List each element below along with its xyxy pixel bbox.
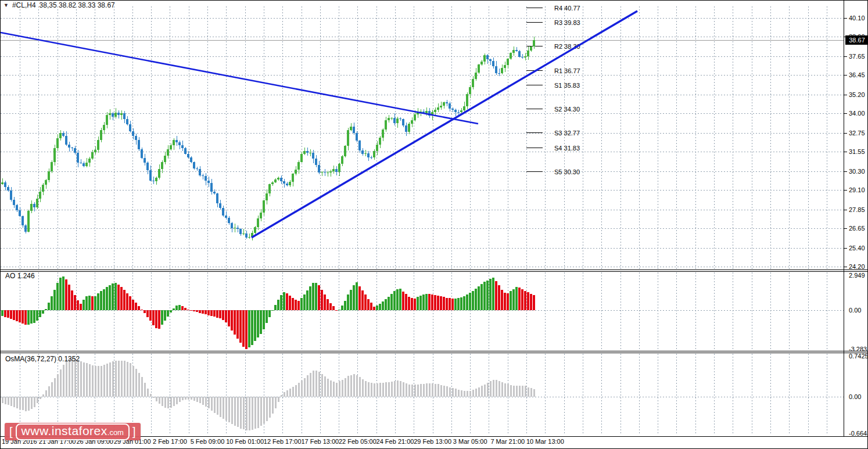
symbol-label: #CL,H4	[12, 1, 36, 9]
symbol-dropdown-icon[interactable]: ▼	[3, 2, 9, 9]
svg-text:3 Mar 05:00: 3 Mar 05:00	[453, 438, 487, 445]
svg-text:2.949: 2.949	[849, 272, 865, 279]
svg-text:25.40: 25.40	[849, 245, 865, 252]
svg-text:2 Feb 17:00: 2 Feb 17:00	[153, 438, 187, 445]
svg-text:29.10: 29.10	[849, 186, 865, 193]
svg-text:5 Feb 09:00: 5 Feb 09:00	[191, 438, 225, 445]
instaforex-banner[interactable]: [ www.instaforex .com ]	[5, 423, 141, 440]
svg-text:S4 31.83: S4 31.83	[554, 145, 580, 152]
banner-url-box: www.instaforex .com	[16, 423, 130, 440]
svg-text:34.00: 34.00	[849, 110, 865, 117]
svg-text:0.00: 0.00	[849, 307, 861, 314]
chart-title-bar: ▼ #CL,H4 38,35 38.82 38.33 38.67	[3, 1, 115, 9]
svg-text:10 Feb 01:00: 10 Feb 01:00	[226, 438, 264, 445]
svg-text:0.00: 0.00	[849, 393, 861, 400]
svg-text:24.20: 24.20	[849, 263, 865, 270]
ohlc-readout: 38,35 38.82 38.33 38.67	[40, 1, 115, 9]
svg-text:36.45: 36.45	[849, 71, 865, 78]
svg-text:R1 36.77: R1 36.77	[554, 67, 580, 74]
svg-text:-3.283: -3.283	[849, 346, 867, 353]
chart-window: R4 40.77R3 39.83R2 38.30R1 36.77S1 35.83…	[0, 0, 868, 449]
svg-text:29 Feb 13:00: 29 Feb 13:00	[414, 438, 451, 445]
svg-text:-0.6643: -0.6643	[849, 430, 868, 437]
svg-text:17 Feb 13:00: 17 Feb 13:00	[301, 438, 339, 445]
svg-text:32.75: 32.75	[849, 130, 865, 137]
banner-domain-text: www.instaforex	[21, 425, 107, 437]
svg-text:0.7425: 0.7425	[849, 353, 868, 360]
ao-indicator-label: AO 1.246	[5, 272, 35, 280]
svg-text:10 Mar 13:00: 10 Mar 13:00	[526, 438, 564, 445]
banner-left-bracket: [	[9, 424, 13, 439]
svg-text:S1 35.83: S1 35.83	[554, 82, 580, 89]
svg-text:30.30: 30.30	[849, 168, 865, 175]
price-chart-canvas[interactable]: R4 40.77R3 39.83R2 38.30R1 36.77S1 35.83…	[1, 1, 868, 449]
banner-tld-text: .com	[107, 426, 124, 439]
svg-text:S5 30.30: S5 30.30	[554, 168, 580, 175]
svg-text:R3 39.83: R3 39.83	[554, 19, 580, 26]
svg-text:37.65: 37.65	[849, 53, 865, 60]
svg-text:35.20: 35.20	[849, 91, 865, 98]
svg-text:S2 34.30: S2 34.30	[554, 106, 580, 113]
current-price-badge: 38.67	[845, 35, 868, 45]
svg-text:24 Feb 21:00: 24 Feb 21:00	[376, 438, 414, 445]
svg-text:12 Feb 17:00: 12 Feb 17:00	[264, 438, 302, 445]
svg-text:31.55: 31.55	[849, 148, 865, 155]
svg-text:26.65: 26.65	[849, 225, 865, 232]
svg-text:22 Feb 05:00: 22 Feb 05:00	[339, 438, 376, 445]
banner-right-bracket: ]	[132, 424, 136, 439]
osma-indicator-label: OsMA(36,72,27) 0.1352	[5, 355, 80, 363]
svg-text:R4 40.77: R4 40.77	[554, 5, 580, 12]
svg-text:40.10: 40.10	[849, 15, 865, 21]
svg-text:S3 32.77: S3 32.77	[554, 130, 580, 137]
svg-text:27.85: 27.85	[849, 206, 865, 213]
svg-text:7 Mar 21:00: 7 Mar 21:00	[490, 438, 525, 445]
